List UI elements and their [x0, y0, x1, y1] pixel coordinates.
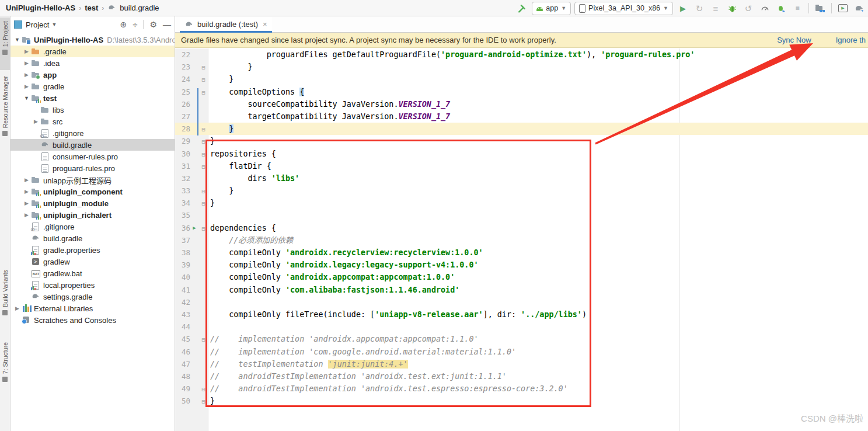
sidebar-strip-item[interactable]: Resource Manager	[0, 72, 10, 148]
ignore-th-link[interactable]: Ignore th	[836, 36, 866, 44]
fold-marker-icon[interactable]: ⊟	[200, 135, 207, 148]
chevron-collapsed-icon[interactable]: ▶	[23, 212, 30, 218]
tree-item-settings-gradle[interactable]: settings.gradle	[11, 291, 175, 303]
fold-marker-icon[interactable]: ⊟	[200, 333, 207, 346]
fold-marker-icon[interactable]: ⊟	[200, 185, 207, 197]
properties-icon	[31, 280, 40, 290]
module-bars	[36, 204, 41, 208]
run-button[interactable]: ▶	[677, 2, 689, 15]
tool-window-icon	[2, 310, 8, 315]
hide-panel-icon[interactable]: —	[163, 20, 171, 29]
device-file-explorer-icon[interactable]	[814, 2, 827, 15]
fold-marker-icon[interactable]: ⊟	[200, 161, 207, 173]
fold-marker-icon[interactable]: ⊟	[200, 148, 207, 161]
tree-item-local-properties[interactable]: local.properties	[11, 279, 175, 291]
code-line-45: 45⊟// implementation 'androidx.appcompat…	[175, 333, 868, 345]
chevron-collapsed-icon[interactable]: ▶	[23, 189, 30, 194]
device-label: Pixel_3a_API_30_x86	[588, 4, 660, 12]
tree-item-libs[interactable]: libs	[11, 104, 175, 116]
gradle-sync-icon[interactable]	[853, 2, 866, 15]
fold-marker-icon[interactable]: ⊟	[200, 395, 207, 408]
tree-item-proguard-rules-pro[interactable]: proguard-rules.pro	[11, 162, 175, 174]
tool-window-icon	[2, 131, 8, 136]
tab-build-gradle-test[interactable]: build.gradle (:test) ×	[180, 17, 272, 31]
tree-item-uniplugin-module[interactable]: ▶uniplugin_module	[11, 197, 175, 209]
code-editor[interactable]: 22 proguardFiles getDefaultProguardFile(…	[175, 48, 868, 431]
fold-marker-icon[interactable]: ⊟	[200, 223, 207, 235]
sidebar-strip-item[interactable]: 1: Project	[0, 18, 10, 70]
sync-now-link[interactable]: Sync Now	[777, 36, 811, 44]
chevron-collapsed-icon[interactable]: ▶	[23, 72, 30, 78]
tree-item-uniapp-[interactable]: ▶uniapp示例工程源码	[11, 174, 175, 186]
breadcrumb-item[interactable]: build.gradle	[120, 4, 159, 12]
tree-item--gradle[interactable]: ▶.gradle	[11, 46, 175, 57]
tree-item-uniplugin-hello-as[interactable]: ▼UniPlugin-Hello-ASD:\latest\3.5.3\Andro…	[11, 34, 175, 46]
fold-marker-icon[interactable]: ⊟	[200, 74, 207, 86]
chevron-collapsed-icon[interactable]: ▶	[23, 60, 30, 66]
tree-item-consumer-rules-pro[interactable]: consumer-rules.pro	[11, 151, 175, 162]
tree-item-gradle[interactable]: ▶gradle	[11, 81, 175, 92]
tree-item-uniplugin-richalert[interactable]: ▶uniplugin_richalert	[11, 209, 175, 221]
breadcrumb-item[interactable]: UniPlugin-Hello-AS	[6, 4, 75, 12]
chevron-collapsed-icon[interactable]: ▶	[23, 200, 30, 206]
sidebar-strip-item[interactable]: Build Variants	[0, 266, 10, 332]
running-devices-icon[interactable]: ▶	[836, 2, 849, 15]
project-panel-title[interactable]: Project	[26, 20, 49, 29]
fold-marker-icon[interactable]: ⊟	[200, 197, 207, 210]
tree-item--gitignore[interactable]: ⊘.gitignore	[11, 127, 175, 139]
device-select[interactable]: Pixel_3a_API_30_x86 ▼	[574, 2, 673, 15]
run-line-icon[interactable]: ▶	[191, 222, 198, 234]
attach-debugger-icon[interactable]	[775, 2, 787, 15]
make-project-hammer-icon[interactable]	[515, 2, 528, 15]
chevron-collapsed-icon[interactable]: ▶	[23, 177, 30, 183]
close-icon[interactable]: ×	[263, 20, 267, 29]
tree-item-gradle-properties[interactable]: gradle.properties	[11, 244, 175, 256]
chevron-expanded-icon[interactable]: ▼	[23, 95, 30, 101]
settings-gear-icon[interactable]: ⚙	[149, 20, 157, 29]
apply-changes-icon[interactable]: ≡	[709, 2, 722, 15]
profiler-gauge-icon[interactable]	[758, 2, 771, 15]
chevron-down-icon[interactable]: ▼	[51, 22, 57, 27]
tree-item--idea[interactable]: ▶.idea	[11, 57, 175, 69]
sidebar-strip-item[interactable]: 7: Structure	[0, 339, 10, 402]
fold-marker-icon[interactable]: ⊟	[200, 123, 207, 135]
locate-icon[interactable]: ⊕	[120, 20, 127, 29]
module-icon	[31, 199, 40, 208]
tree-item-scratches-and-consoles[interactable]: Scratches and Consoles	[11, 314, 175, 326]
tree-item--gitignore[interactable]: ⊘.gitignore	[11, 221, 175, 232]
chevron-collapsed-icon[interactable]: ▶	[23, 84, 30, 89]
chevron-collapsed-icon[interactable]: ▶	[33, 119, 39, 124]
tree-item-build-gradle[interactable]: build.gradle	[11, 232, 175, 244]
fold-marker-icon[interactable]: ⊟	[200, 61, 207, 74]
line-number: 42	[175, 296, 190, 308]
tree-item-external-libraries[interactable]: ▶External Libraries	[11, 303, 175, 314]
debug-button[interactable]	[726, 2, 738, 15]
collapse-all-icon[interactable]: ÷	[133, 20, 137, 30]
tree-item-gradlew[interactable]: >gradlew	[11, 256, 175, 267]
tree-item-build-gradle[interactable]: build.gradle	[11, 139, 175, 151]
fold-marker-icon[interactable]: ⊟	[200, 383, 207, 395]
scratches-icon	[23, 317, 29, 323]
run-configuration-select[interactable]: app ▼	[532, 2, 571, 15]
tree-item-label: settings.gradle	[43, 293, 93, 301]
tree-item-gradlew-bat[interactable]: BATgradlew.bat	[11, 267, 175, 279]
tree-item-uniplugin-component[interactable]: ▶uniplugin_component	[11, 186, 175, 197]
line-number: 28	[175, 123, 190, 135]
rerun-icon[interactable]: ↻	[693, 2, 706, 15]
fold-marker-icon[interactable]: ⊟	[200, 86, 207, 99]
stop-button[interactable]: ■	[791, 2, 804, 15]
chevron-collapsed-icon[interactable]: ▶	[23, 48, 30, 54]
scratch-icon	[22, 315, 31, 325]
tree-item-src[interactable]: ▶src	[11, 116, 175, 127]
chevron-expanded-icon[interactable]: ▼	[14, 37, 20, 43]
line-number: 32	[175, 172, 190, 185]
libraries-icon	[23, 304, 32, 312]
code-text: dependencies {	[210, 222, 276, 234]
breadcrumb-item[interactable]: test	[85, 4, 98, 12]
chevron-collapsed-icon[interactable]: ▶	[14, 305, 20, 311]
tree-item-test[interactable]: ▼test	[11, 92, 175, 104]
tree-item-app[interactable]: ▶app	[11, 69, 175, 81]
profile-icon[interactable]: ↺	[742, 2, 755, 15]
code-text: dirs 'libs'	[210, 172, 299, 185]
line-number: 34	[175, 197, 190, 209]
